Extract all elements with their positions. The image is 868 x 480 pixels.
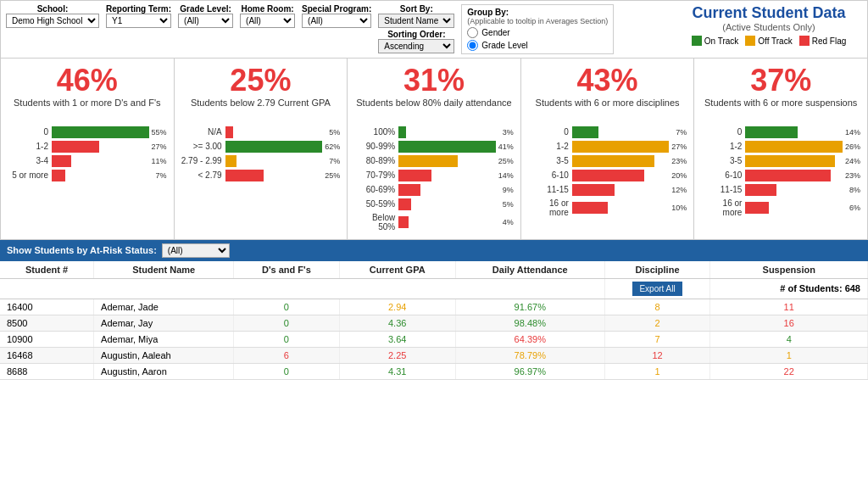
bar-inner-2-4 bbox=[441, 174, 454, 184]
bar-outer-0-3 bbox=[51, 162, 152, 172]
bar-outer-1-0 bbox=[225, 126, 326, 137]
bar-inner-3-0 bbox=[616, 126, 627, 137]
grade-level-radio-row: Grade Level bbox=[527, 40, 670, 51]
bar-row-3-4: 11-1512% bbox=[528, 174, 687, 184]
bar-outer-4-3 bbox=[744, 162, 841, 172]
student-suspension-3: 1 bbox=[740, 321, 868, 338]
summary-pct-3: 43% bbox=[528, 68, 687, 98]
sort-by-select[interactable]: Student Name bbox=[438, 15, 515, 30]
bar-label-2-0: 100% bbox=[354, 127, 395, 136]
bar-inner-3-2 bbox=[602, 150, 636, 160]
bar-row-0-0: 055% bbox=[8, 126, 167, 137]
bar-row-0-1: 1-227% bbox=[8, 138, 167, 148]
bar-pct-label-4-1: 26% bbox=[845, 139, 860, 148]
student-gpa-0: 2.94 bbox=[324, 273, 458, 289]
main-title: Current Student Data bbox=[687, 4, 857, 24]
bar-inner-1-0 bbox=[270, 126, 278, 137]
bar-outer-3-5 bbox=[571, 186, 668, 196]
bar-label-1-2: 2.79 - 2.99 bbox=[181, 151, 222, 159]
off-track-box bbox=[754, 37, 765, 47]
data-table: Student #Student NameD's and F'sCurrent … bbox=[0, 237, 868, 354]
bar-row-3-2: 3-523% bbox=[528, 150, 687, 160]
bar-pct-label-3-0: 7% bbox=[676, 127, 687, 136]
bar-pct-label-2-5: 5% bbox=[503, 187, 514, 195]
student-df-4: 0 bbox=[203, 338, 324, 354]
bar-inner-4-5 bbox=[790, 186, 799, 196]
reporting-term-select[interactable]: Y1 bbox=[106, 15, 182, 30]
bar-row-4-0: 014% bbox=[701, 126, 860, 137]
bar-pct-label-0-0: 55% bbox=[152, 127, 167, 136]
col-header-2: D's and F's bbox=[203, 237, 324, 253]
bar-inner-3-4 bbox=[610, 174, 628, 184]
bar-section-3: 07%1-227%3-523%6-1020%11-1512%16 or more… bbox=[528, 126, 687, 196]
bar-row-2-3: 70-79%14% bbox=[354, 162, 514, 172]
bar-label-2-6: Below 50% bbox=[354, 198, 395, 207]
bar-outer-3-3 bbox=[571, 162, 668, 172]
table-row: 10900 Ademar, Miya 0 3.64 64.39% 7 4 bbox=[0, 305, 868, 321]
sorting-order-select[interactable]: Ascending bbox=[438, 44, 515, 59]
bar-inner-4-1 bbox=[773, 138, 811, 148]
bar-label-2-3: 70-79% bbox=[354, 163, 395, 171]
sort-by-label: Sort By: bbox=[438, 4, 515, 14]
bar-row-1-3: < 2.7925% bbox=[181, 162, 341, 172]
bar-row-2-0: 100%3% bbox=[354, 126, 514, 137]
student-gpa-1: 4.36 bbox=[324, 289, 458, 305]
student-suspension-2: 4 bbox=[740, 305, 868, 321]
bar-outer-4-5 bbox=[744, 186, 845, 196]
bar-label-2-2: 80-89% bbox=[354, 151, 395, 159]
bar-label-1-0: N/A bbox=[181, 127, 222, 136]
school-select[interactable]: Demo High School bbox=[6, 15, 99, 30]
bar-pct-label-3-3: 20% bbox=[671, 163, 687, 171]
bar-label-0-1: 1-2 bbox=[8, 139, 48, 148]
bar-row-0-3: 5 or more7% bbox=[8, 162, 167, 172]
home-room-select[interactable]: (All) bbox=[272, 15, 348, 30]
export-button[interactable]: Export All bbox=[519, 255, 568, 270]
bar-label-3-3: 6-10 bbox=[528, 163, 569, 171]
home-room-filter: Home Room: (All) bbox=[272, 4, 348, 30]
bar-section-0: 055%1-227%3-411%5 or more7% bbox=[8, 126, 167, 172]
bar-label-4-4: 11-15 bbox=[701, 175, 742, 183]
student-id-3: 16468 bbox=[0, 321, 68, 338]
table-row: 16400 Ademar, Jade 0 2.94 91.67% 8 11 bbox=[0, 273, 868, 289]
summary-desc-0: Students with 1 or more D's and F's bbox=[8, 98, 167, 121]
at-risk-select[interactable]: (All) bbox=[164, 219, 231, 233]
summary-desc-3: Students with 6 or more disciplines bbox=[528, 98, 687, 121]
grade-level-label: Grade Level: bbox=[189, 4, 265, 14]
bar-label-4-3: 6-10 bbox=[701, 163, 742, 171]
special-program-select[interactable]: (All) bbox=[355, 15, 431, 30]
bar-inner-0-0 bbox=[58, 126, 140, 137]
bar-label-1-1: >= 3.00 bbox=[181, 139, 222, 148]
bar-inner-3-5 bbox=[612, 186, 626, 196]
bar-label-3-1: 1-2 bbox=[528, 139, 569, 148]
gender-radio[interactable] bbox=[527, 27, 538, 38]
gender-radio-row: Gender bbox=[527, 27, 670, 38]
bar-label-3-4: 11-15 bbox=[528, 175, 569, 183]
header-title-block: Current Student Data (Active Students On… bbox=[687, 4, 862, 47]
student-id-4: 8688 bbox=[0, 338, 68, 354]
summary-card-4: 37%Students with 6 or more suspensions01… bbox=[694, 63, 867, 215]
student-gpa-4: 4.31 bbox=[324, 338, 458, 354]
bar-label-2-1: 90-99% bbox=[354, 139, 395, 148]
student-name-2: Ademar, Miya bbox=[68, 305, 203, 321]
bar-outer-1-3 bbox=[225, 162, 321, 172]
bar-pct-label-2-6: 4% bbox=[503, 198, 514, 207]
bar-pct-label-1-0: 5% bbox=[329, 127, 340, 136]
filter-bar: School: Demo High School Reporting Term:… bbox=[0, 0, 868, 63]
bar-outer-2-5 bbox=[398, 186, 498, 196]
student-suspension-0: 11 bbox=[740, 273, 868, 289]
group-by-box: Group By: (Applicable to Tooltip in Aver… bbox=[521, 4, 676, 54]
bar-pct-label-1-1: 62% bbox=[325, 139, 340, 148]
sorting-order-filter: Sorting Order: Ascending bbox=[438, 31, 515, 59]
student-count-cell: # of Students: 648 bbox=[631, 253, 868, 273]
bar-label-3-0: 0 bbox=[528, 127, 569, 136]
bar-pct-label-4-4: 8% bbox=[849, 175, 860, 183]
student-df-0: 0 bbox=[203, 273, 324, 289]
grade-level-radio[interactable] bbox=[527, 40, 538, 51]
grade-level-select[interactable]: (All) bbox=[189, 15, 265, 30]
bar-inner-3-3 bbox=[604, 162, 634, 172]
bar-label-4-2: 3-5 bbox=[701, 151, 742, 159]
special-program-filter: Special Program: (All) bbox=[355, 4, 431, 30]
bar-inner-2-2 bbox=[427, 150, 465, 160]
bar-outer-3-1 bbox=[571, 138, 668, 148]
bar-outer-4-2 bbox=[744, 150, 841, 160]
